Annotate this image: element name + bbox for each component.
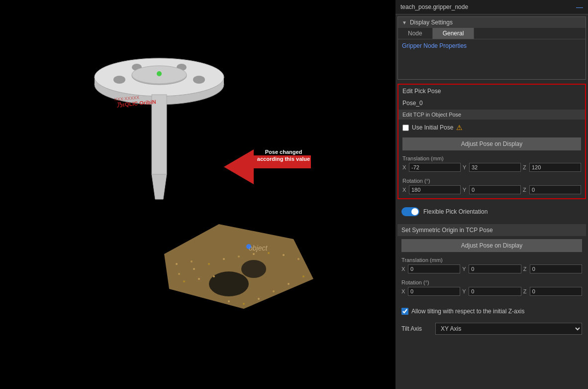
- translation-z-input[interactable]: [529, 163, 581, 172]
- svg-point-28: [183, 280, 185, 282]
- use-initial-pose-checkbox[interactable]: [402, 125, 409, 131]
- sym-y-axis-label: Y: [462, 266, 467, 272]
- sym-rotation-z-input[interactable]: [530, 287, 582, 296]
- svg-point-24: [253, 253, 255, 255]
- sym-x-axis-label: X: [401, 266, 406, 272]
- svg-point-21: [208, 263, 210, 265]
- rotation-x-item: X: [402, 185, 461, 194]
- gripper-node-properties-link[interactable]: Gripper Node Properties: [398, 39, 586, 52]
- sym-rz-axis-label: Z: [523, 288, 528, 294]
- rotation-y-input[interactable]: [469, 185, 521, 194]
- window-title: teach_pose.gripper_node: [400, 3, 468, 10]
- adjust-on-display-button-1[interactable]: Adjust Pose on Display: [402, 137, 581, 150]
- tab-general[interactable]: General: [433, 28, 475, 39]
- gripper-3d-view: 乃εQLIС OribiN XXX:XXXXX: [30, 20, 279, 229]
- z-axis-label: Z: [523, 164, 528, 170]
- svg-point-35: [288, 283, 290, 285]
- translation-group: Translation (mm) X Y Z: [398, 153, 585, 176]
- svg-point-23: [238, 256, 240, 258]
- edit-tcp-subheader: Edit TCP in Object Pose: [398, 110, 585, 120]
- display-settings-content: Gripper Node Properties: [398, 39, 586, 79]
- rotation-z-input[interactable]: [529, 185, 581, 194]
- arrow-text: Pose changed according this value: [256, 148, 311, 163]
- tab-node[interactable]: Node: [398, 28, 433, 39]
- use-initial-pose-label: Use Initial Pose: [412, 124, 453, 131]
- svg-point-29: [198, 278, 200, 280]
- y-axis-label: Y: [463, 164, 468, 170]
- edit-pick-pose-header: Edit Pick Pose: [398, 85, 585, 98]
- svg-marker-13: [152, 174, 167, 199]
- flexible-pick-label: Flexible Pick Orientation: [423, 208, 488, 215]
- svg-point-33: [258, 298, 260, 300]
- edit-pick-pose-panel: Edit Pick Pose Pose_0 Edit TCP in Object…: [397, 84, 586, 199]
- sym-translation-z-item: Z: [523, 264, 582, 273]
- sym-translation-x-input[interactable]: [408, 264, 460, 273]
- sym-translation-row: X Y Z: [401, 264, 582, 273]
- rx-axis-label: X: [402, 187, 407, 193]
- translation-row: X Y Z: [402, 163, 581, 172]
- translation-z-item: Z: [523, 163, 581, 172]
- rotation-x-input[interactable]: [409, 185, 461, 194]
- translation-label: Translation (mm): [402, 155, 581, 161]
- svg-point-34: [273, 290, 275, 292]
- sym-translation-z-input[interactable]: [530, 264, 582, 273]
- use-initial-pose-row: Use Initial Pose ⚠: [398, 121, 585, 134]
- sym-translation-group: Translation (mm) X Y Z: [397, 255, 586, 277]
- sym-z-axis-label: Z: [523, 266, 528, 272]
- toggle-knob: [411, 208, 418, 215]
- display-settings-panel: ▼ Display Settings Node General Gripper …: [397, 16, 586, 80]
- translation-y-input[interactable]: [469, 163, 521, 172]
- allow-tilting-checkbox[interactable]: [401, 308, 408, 315]
- svg-point-25: [268, 252, 270, 254]
- pose-name: Pose_0: [398, 98, 585, 109]
- sym-rotation-y-item: Y: [462, 287, 521, 296]
- svg-point-38: [191, 260, 193, 262]
- svg-point-10: [157, 71, 162, 76]
- pose-annotation: Pose changed according this value: [224, 144, 323, 184]
- sym-rotation-x-item: X: [401, 287, 460, 296]
- collapse-icon: ▼: [402, 20, 407, 25]
- rotation-label: Rotation (°): [402, 178, 581, 184]
- translation-x-input[interactable]: [409, 163, 461, 172]
- svg-point-17: [209, 271, 249, 296]
- svg-point-18: [241, 260, 266, 278]
- adjust-on-display-button-2[interactable]: Adjust Pose on Display: [401, 239, 582, 252]
- sym-ry-axis-label: Y: [462, 288, 467, 294]
- sym-rotation-row: X Y Z: [401, 287, 582, 296]
- ry-axis-label: Y: [463, 187, 468, 193]
- symmetric-origin-section: Set Symmetric Origin in TCP Pose Adjust …: [397, 224, 586, 300]
- minimize-button[interactable]: —: [576, 3, 583, 11]
- svg-point-32: [243, 303, 245, 305]
- right-panel: teach_pose.gripper_node — ▼ Display Sett…: [395, 0, 588, 389]
- svg-point-20: [193, 268, 195, 270]
- rotation-group: Rotation (°) X Y Z: [398, 176, 585, 198]
- tilt-axis-row: Tilt Axis XY Axis X Axis Y Axis: [397, 321, 586, 339]
- rotation-z-item: Z: [523, 185, 581, 194]
- sym-rotation-x-input[interactable]: [408, 287, 460, 296]
- viewport: 乃εQLIС OribiN XXX:XXXXX Pose changed acc…: [0, 0, 395, 389]
- svg-point-5: [193, 76, 205, 84]
- svg-point-22: [223, 258, 225, 260]
- tilt-axis-select[interactable]: XY Axis X Axis Y Axis: [435, 323, 582, 335]
- title-bar: teach_pose.gripper_node —: [395, 0, 588, 14]
- sym-rotation-y-input[interactable]: [469, 287, 521, 296]
- svg-point-39: [246, 244, 251, 249]
- display-settings-tabs: Node General: [398, 28, 586, 39]
- svg-point-4: [113, 76, 125, 84]
- symmetric-origin-header: Set Symmetric Origin in TCP Pose: [397, 224, 586, 236]
- flexible-pick-toggle[interactable]: [401, 207, 419, 216]
- rz-axis-label: Z: [523, 187, 528, 193]
- sym-rotation-group: Rotation (°) X Y Z: [397, 277, 586, 300]
- svg-point-31: [228, 300, 230, 302]
- display-settings-header[interactable]: ▼ Display Settings: [398, 17, 586, 28]
- tilt-axis-label: Tilt Axis: [401, 325, 431, 332]
- sym-translation-x-item: X: [401, 264, 460, 273]
- point-cloud-view: [154, 199, 343, 329]
- svg-point-26: [283, 254, 285, 256]
- arrow-shape: [224, 149, 254, 184]
- svg-point-37: [176, 263, 178, 265]
- svg-rect-12: [152, 95, 167, 174]
- flexible-pick-row: Flexible Pick Orientation: [397, 203, 586, 220]
- sym-translation-y-input[interactable]: [469, 264, 521, 273]
- svg-marker-16: [164, 224, 313, 309]
